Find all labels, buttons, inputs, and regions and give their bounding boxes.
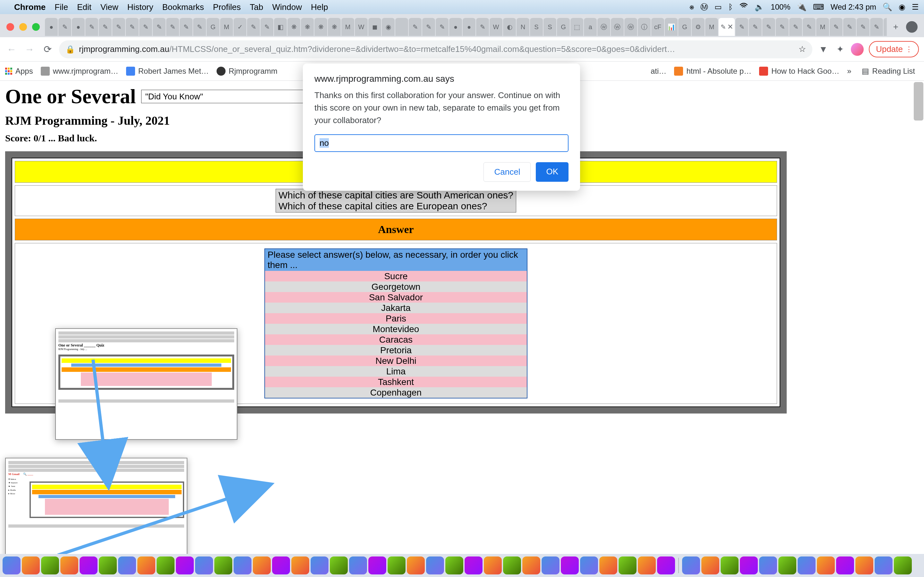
dock-app-icon[interactable] (41, 556, 59, 574)
dock-app-icon[interactable] (99, 556, 117, 574)
browser-tab[interactable]: ✎ (776, 18, 788, 36)
dock-app-icon[interactable] (779, 556, 796, 574)
dock-app-icon[interactable] (465, 556, 483, 574)
dock-app-icon[interactable] (759, 556, 777, 574)
bookmark-item[interactable]: html - Absolute p… (674, 67, 751, 76)
browser-tab[interactable]: G (678, 18, 691, 36)
browser-tab[interactable]: ✎ (789, 18, 802, 36)
forward-button[interactable]: → (23, 43, 36, 56)
browser-tab-active[interactable]: ✎✕ (719, 18, 735, 36)
browser-tab[interactable]: ✎ (247, 18, 260, 36)
dock-app-icon[interactable] (875, 556, 893, 574)
dock-app-icon[interactable] (740, 556, 758, 574)
browser-tab[interactable]: ❋ (314, 18, 327, 36)
browser-tab[interactable]: W (489, 18, 502, 36)
dock-app-icon[interactable] (682, 556, 700, 574)
dock-app-icon[interactable] (407, 556, 425, 574)
bookmark-overflow-button[interactable]: » (847, 67, 851, 76)
browser-tab[interactable]: ● (45, 18, 58, 36)
spotlight-icon[interactable]: 🔍 (883, 3, 892, 11)
dock-app-icon[interactable] (388, 556, 405, 574)
status-icon[interactable]: ⎈ (690, 3, 694, 11)
answer-option[interactable]: Georgetown (265, 282, 527, 292)
browser-tab[interactable]: ✎ (126, 18, 139, 36)
dock-app-icon[interactable] (137, 556, 155, 574)
minimize-window-button[interactable] (19, 23, 27, 31)
bookmark-item[interactable]: How to Hack Goo… (759, 67, 839, 76)
browser-tab[interactable]: S (543, 18, 556, 36)
volume-icon[interactable]: 🔈 (754, 3, 764, 11)
browser-tab[interactable]: ✎ (422, 18, 435, 36)
browser-tab[interactable]: ❋ (328, 18, 341, 36)
dock-app-icon[interactable] (445, 556, 463, 574)
browser-tab[interactable]: M (816, 18, 829, 36)
menu-history[interactable]: History (128, 2, 153, 12)
dock-app-icon[interactable] (619, 556, 636, 574)
dock-app-icon[interactable] (894, 556, 912, 574)
menu-tab[interactable]: Tab (250, 2, 263, 12)
browser-tab[interactable]: ✎ (58, 18, 71, 36)
answer-option[interactable]: San Salvador (265, 292, 527, 303)
browser-tab[interactable]: a (584, 18, 597, 36)
fullscreen-window-button[interactable] (32, 23, 40, 31)
dock-app-icon[interactable] (330, 556, 348, 574)
menu-file[interactable]: File (55, 2, 68, 12)
browser-tab[interactable]: ✎ (803, 18, 816, 36)
dock-app-icon[interactable] (720, 556, 738, 574)
browser-tab[interactable]: ✎ (193, 18, 206, 36)
browser-tab[interactable]: cF (651, 18, 664, 36)
profile-avatar[interactable] (851, 43, 864, 56)
dock-app-icon[interactable] (426, 556, 444, 574)
dock-app-icon[interactable] (836, 556, 854, 574)
dock-app-icon[interactable] (541, 556, 559, 574)
browser-tab[interactable]: ❋ (301, 18, 314, 36)
dock-app-icon[interactable] (817, 556, 835, 574)
browser-tab[interactable]: ✎ (870, 18, 883, 36)
answer-option[interactable]: Jakarta (265, 303, 527, 313)
browser-tab[interactable]: ✎ (260, 18, 273, 36)
answer-option[interactable]: Copenhagen (265, 387, 527, 398)
browser-tab[interactable]: ✎ (166, 18, 179, 36)
menu-bookmarks[interactable]: Bookmarks (162, 2, 204, 12)
browser-tab[interactable]: ◉ (382, 18, 395, 36)
reload-button[interactable]: ⟳ (41, 43, 54, 56)
dock-app-icon[interactable] (60, 556, 78, 574)
clock[interactable]: Wed 2:43 pm (830, 3, 876, 11)
input-source-icon[interactable]: ⌨ (813, 3, 824, 11)
apps-button[interactable]: Apps (5, 67, 33, 76)
star-icon[interactable]: ☆ (798, 44, 806, 54)
browser-tab[interactable]: ● (463, 18, 475, 36)
browser-tab[interactable]: ❋ (288, 18, 300, 36)
dock-app-icon[interactable] (79, 556, 97, 574)
profile-tab-indicator[interactable] (906, 21, 918, 33)
dock-app-icon[interactable] (638, 556, 656, 574)
dock-app-icon[interactable] (522, 556, 540, 574)
answer-option[interactable]: Pretoria (265, 345, 527, 356)
answer-option[interactable]: Caracas (265, 334, 527, 345)
extensions-button[interactable]: ✦ (834, 44, 846, 55)
browser-tab[interactable]: ● (72, 18, 85, 36)
browser-tab[interactable]: ✎ (843, 18, 856, 36)
lock-icon[interactable]: 🔒 (65, 45, 75, 54)
dock-app-icon[interactable] (214, 556, 232, 574)
browser-tab[interactable]: ✓ (234, 18, 246, 36)
answer-option[interactable]: Montevideo (265, 324, 527, 334)
answer-option[interactable]: Sucre (265, 271, 527, 282)
dock-app-icon[interactable] (176, 556, 194, 574)
menu-view[interactable]: View (100, 2, 118, 12)
dock-app-icon[interactable] (368, 556, 386, 574)
status-icon[interactable]: Ⓜ (700, 2, 708, 12)
bookmark-item[interactable]: ati… (651, 67, 666, 76)
menubar-app[interactable]: Chrome (14, 2, 45, 12)
siri-icon[interactable]: ◉ (899, 3, 905, 11)
browser-tab[interactable] (395, 18, 408, 36)
menu-window[interactable]: Window (272, 2, 302, 12)
answer-option[interactable]: Paris (265, 313, 527, 324)
dock-app-icon[interactable] (234, 556, 252, 574)
browser-tab[interactable]: ✎ (180, 18, 192, 36)
browser-tab[interactable]: ❋ (884, 18, 887, 36)
control-center-icon[interactable]: ☰ (912, 3, 919, 11)
browser-tab[interactable]: 📊 (665, 18, 678, 36)
browser-tab[interactable]: S (530, 18, 543, 36)
update-button[interactable]: Update⋮ (869, 41, 919, 57)
